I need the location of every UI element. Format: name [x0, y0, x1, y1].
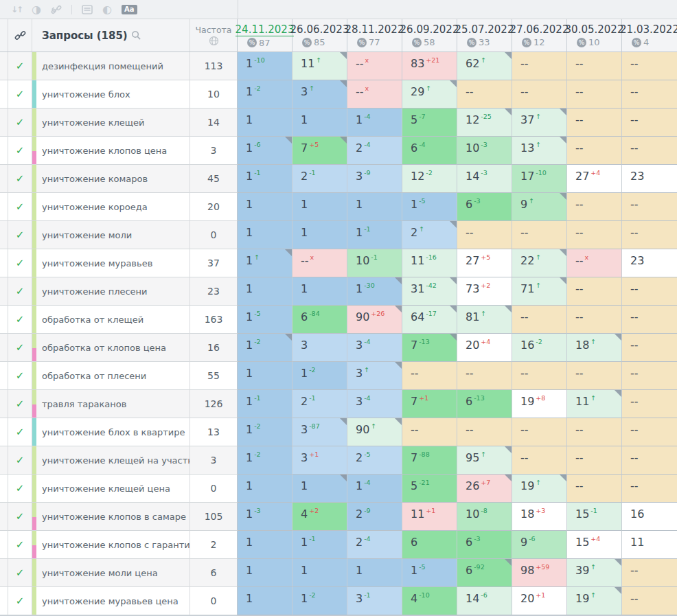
position-cell[interactable]: -- — [622, 221, 677, 249]
position-cell[interactable]: -- — [567, 109, 622, 137]
position-cell[interactable]: 1 — [292, 277, 347, 306]
check-icon[interactable]: ✓ — [16, 60, 25, 72]
position-cell[interactable]: --x — [567, 249, 622, 277]
position-cell[interactable]: 13↑ — [512, 137, 567, 165]
position-cell[interactable]: 6-13 — [457, 390, 512, 418]
position-cell[interactable]: 1-4 — [347, 109, 402, 137]
check-icon[interactable]: ✓ — [16, 116, 25, 128]
position-cell[interactable]: 11↑ — [567, 390, 622, 418]
position-cell[interactable]: 10-8 — [457, 503, 512, 531]
position-cell[interactable]: -- — [512, 306, 567, 334]
position-cell[interactable]: -- — [512, 221, 567, 249]
card-view-icon[interactable] — [82, 5, 93, 14]
keyword-cell[interactable]: уничтожение клещей — [32, 109, 190, 137]
position-cell[interactable]: 9-6 — [512, 531, 567, 559]
position-cell[interactable]: 1-1 — [238, 165, 292, 193]
date-column-header[interactable]: 21.03.2022%4 — [622, 19, 677, 52]
check-icon[interactable]: ✓ — [16, 454, 25, 466]
position-cell[interactable]: 83+21 — [402, 52, 457, 80]
position-cell[interactable]: 10-3 — [457, 137, 512, 165]
position-cell[interactable]: 73+2 — [457, 277, 512, 306]
check-icon[interactable]: ✓ — [16, 144, 25, 157]
position-cell[interactable]: 1 — [238, 559, 292, 587]
position-cell[interactable]: --x — [292, 249, 347, 277]
position-cell[interactable]: -- — [457, 418, 512, 446]
position-cell[interactable]: -- — [512, 80, 567, 109]
position-cell[interactable]: 19↑ — [567, 587, 622, 615]
position-cell[interactable]: 1-5 — [238, 306, 292, 334]
check-icon[interactable]: ✓ — [16, 257, 25, 269]
position-cell[interactable]: 3↑ — [347, 362, 402, 390]
date-column-header[interactable]: 25.07.2022%33 — [457, 19, 512, 52]
row-check-cell[interactable]: ✓ — [8, 475, 32, 503]
position-cell[interactable]: -- — [457, 221, 512, 249]
row-check-cell[interactable]: ✓ — [8, 390, 32, 418]
position-cell[interactable]: 64-17 — [402, 306, 457, 334]
position-cell[interactable]: 3-4 — [347, 334, 402, 362]
position-cell[interactable]: 20+1 — [512, 587, 567, 615]
position-cell[interactable]: -- — [622, 587, 677, 615]
position-cell[interactable]: -- — [567, 306, 622, 334]
position-cell[interactable]: 1-6 — [238, 137, 292, 165]
position-cell[interactable]: 1-2 — [238, 446, 292, 475]
keyword-cell[interactable]: уничтожение моли — [32, 221, 190, 249]
sort-icon[interactable]: ↓↑ — [11, 5, 22, 14]
keyword-cell[interactable]: травля тараканов — [32, 390, 190, 418]
position-cell[interactable]: 1-3 — [238, 503, 292, 531]
position-cell[interactable]: 4+2 — [292, 503, 347, 531]
position-cell[interactable]: 1-5 — [402, 559, 457, 587]
position-cell[interactable]: 23 — [622, 165, 677, 193]
keyword-cell[interactable]: уничтожение клопов цена — [32, 137, 190, 165]
position-cell[interactable]: 6-4 — [402, 137, 457, 165]
position-cell[interactable]: -- — [567, 193, 622, 221]
position-cell[interactable]: 1↑ — [238, 249, 292, 277]
position-cell[interactable]: 10-1 — [347, 249, 402, 277]
position-cell[interactable]: 1 — [238, 475, 292, 503]
position-cell[interactable]: 5-7 — [402, 109, 457, 137]
position-cell[interactable]: 3+1 — [292, 446, 347, 475]
row-check-cell[interactable]: ✓ — [8, 531, 32, 559]
search-icon[interactable] — [131, 30, 141, 41]
position-cell[interactable]: 18+3 — [512, 503, 567, 531]
date-column-header[interactable]: 26.06.2023%85 — [292, 19, 347, 52]
position-cell[interactable]: -- — [622, 559, 677, 587]
position-cell[interactable]: -- — [512, 362, 567, 390]
position-cell[interactable]: -- — [622, 418, 677, 446]
row-check-cell[interactable]: ✓ — [8, 277, 32, 306]
position-cell[interactable]: -- — [622, 80, 677, 109]
position-cell[interactable]: 2↑ — [402, 221, 457, 249]
header-link-column[interactable] — [8, 19, 32, 52]
check-icon[interactable]: ✓ — [16, 229, 25, 241]
row-check-cell[interactable]: ✓ — [8, 362, 32, 390]
date-column-header[interactable]: 26.09.2022%58 — [402, 19, 457, 52]
position-cell[interactable]: 22↑ — [512, 249, 567, 277]
row-check-cell[interactable]: ✓ — [8, 137, 32, 165]
position-cell[interactable]: -- — [567, 446, 622, 475]
position-cell[interactable]: 1 — [238, 531, 292, 559]
position-cell[interactable]: 62↑ — [457, 52, 512, 80]
position-cell[interactable]: 90+26 — [347, 306, 402, 334]
keyword-cell[interactable]: уничтожение клопов с гарантией — [32, 531, 190, 559]
position-cell[interactable]: -- — [622, 446, 677, 475]
check-icon[interactable]: ✓ — [16, 341, 25, 354]
keyword-cell[interactable]: обработка от плесени — [32, 362, 190, 390]
position-cell[interactable]: 39↑ — [567, 559, 622, 587]
position-cell[interactable]: 14-6 — [457, 587, 512, 615]
position-cell[interactable]: 16 — [622, 503, 677, 531]
row-check-cell[interactable]: ✓ — [8, 249, 32, 277]
position-cell[interactable]: 7-88 — [402, 446, 457, 475]
keyword-cell[interactable]: уничтожение комаров — [32, 165, 190, 193]
row-check-cell[interactable]: ✓ — [8, 109, 32, 137]
position-cell[interactable]: 71↑ — [512, 277, 567, 306]
position-cell[interactable]: -- — [512, 52, 567, 80]
position-cell[interactable]: -- — [622, 109, 677, 137]
row-check-cell[interactable]: ✓ — [8, 446, 32, 475]
position-cell[interactable]: 11-16 — [402, 249, 457, 277]
position-cell[interactable]: 1-1 — [292, 531, 347, 559]
position-cell[interactable]: -- — [457, 80, 512, 109]
check-icon[interactable]: ✓ — [16, 426, 25, 438]
position-cell[interactable]: 1 — [347, 193, 402, 221]
position-cell[interactable]: 29↑ — [402, 80, 457, 109]
position-cell[interactable]: -- — [622, 52, 677, 80]
position-cell[interactable]: 9↑ — [512, 193, 567, 221]
